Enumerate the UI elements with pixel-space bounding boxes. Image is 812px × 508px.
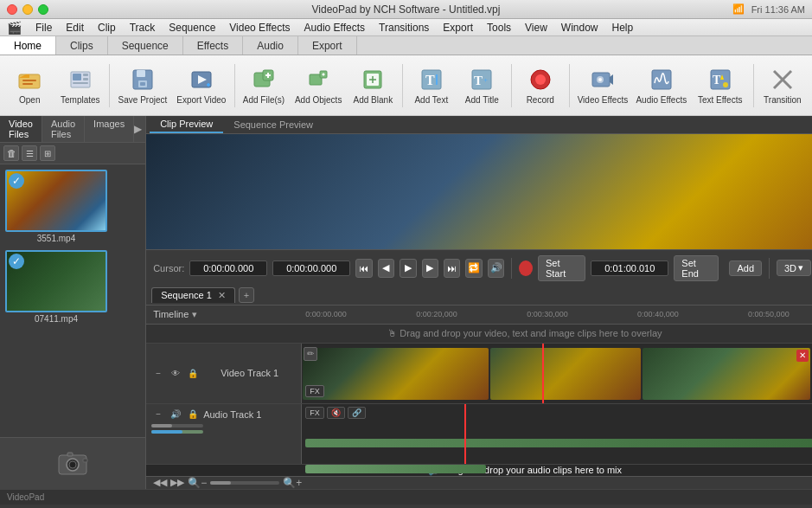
tab-sequence[interactable]: Sequence — [108, 36, 183, 55]
tab-sequence-preview[interactable]: Sequence Preview — [223, 117, 323, 132]
video-track-minus[interactable]: − — [151, 366, 165, 380]
video-clip-2[interactable] — [490, 348, 641, 400]
file-item-3551[interactable]: ✓ 3551.mp4 — [5, 170, 107, 243]
timeline-dropdown[interactable]: ▾ — [192, 309, 202, 319]
menu-view[interactable]: View — [525, 22, 547, 34]
file-list-view-btn[interactable]: ☰ — [22, 145, 37, 161]
record-transport-button[interactable] — [519, 260, 533, 276]
add-text-button[interactable]: T Add Text — [407, 60, 457, 112]
open-button[interactable]: Open — [5, 60, 54, 112]
skip-start-button[interactable]: ⏮ — [355, 259, 372, 278]
menu-tools[interactable]: Tools — [487, 22, 511, 34]
menu-clip[interactable]: Clip — [98, 22, 116, 34]
add-objects-button[interactable]: Add Objects — [290, 60, 347, 112]
file-delete-btn[interactable]: 🗑 — [3, 145, 19, 161]
skip-end-button[interactable]: ⏭ — [444, 259, 460, 278]
tab-audio[interactable]: Audio — [243, 36, 298, 55]
record-button[interactable]: Record — [516, 60, 566, 112]
nav-prev-button[interactable]: ◀◀ — [153, 477, 167, 488]
audio-track-controls: − 🔊 🔒 Audio Track 1 — [146, 404, 302, 464]
menu-edit[interactable]: Edit — [66, 22, 84, 34]
seq-tab-close[interactable]: ✕ — [218, 290, 226, 300]
tab-export[interactable]: Export — [298, 36, 357, 55]
ruler-marks: 0:00:00.000 0:00:20,000 0:00:30,000 0:00… — [305, 310, 812, 318]
video-track-lock[interactable]: 🔒 — [186, 366, 200, 380]
next-frame-button[interactable]: ▶ — [422, 259, 438, 278]
video-clip-1[interactable]: FX — [303, 348, 489, 400]
volume-slider-2[interactable] — [151, 430, 203, 434]
save-project-button[interactable]: Save Project — [114, 60, 171, 112]
menu-file[interactable]: File — [35, 22, 52, 34]
tab-clips[interactable]: Clips — [56, 36, 108, 55]
end-time[interactable]: 0:01:00.010 — [591, 260, 668, 276]
panel-expand-icon[interactable]: ▶ — [134, 123, 142, 135]
file-grid-view-btn[interactable]: ⊞ — [40, 145, 55, 161]
add-files-button[interactable]: Add File(s) — [240, 60, 289, 112]
text-effects-button[interactable]: T Text Effects — [692, 60, 749, 112]
zoom-minus-timeline[interactable]: 🔍− — [188, 477, 207, 489]
menu-video-effects[interactable]: Video Effects — [229, 22, 290, 34]
add-sequence-button[interactable]: + — [239, 287, 254, 303]
audio-link-btn[interactable]: 🔗 — [348, 407, 366, 419]
audio-track-lock[interactable]: 🔒 — [186, 408, 200, 421]
templates-label: Templates — [61, 95, 100, 105]
toolbar-sep-2 — [234, 64, 235, 107]
tab-clip-preview[interactable]: Clip Preview — [150, 116, 223, 133]
start-time[interactable]: 0:00:00.000 — [272, 260, 350, 276]
video-track-eye[interactable]: 👁 — [169, 366, 182, 380]
video-clip-3[interactable]: ✕ — [643, 348, 811, 400]
loop-button[interactable]: 🔁 — [465, 259, 482, 278]
set-end-button[interactable]: Set End — [674, 255, 719, 281]
export-video-button[interactable]: Export Video — [173, 60, 230, 112]
seq-tab-1[interactable]: Sequence 1 ✕ — [151, 287, 235, 303]
zoom-plus-timeline[interactable]: 🔍+ — [283, 477, 302, 489]
add-files-label: Add File(s) — [243, 95, 285, 105]
menu-transitions[interactable]: Transitions — [379, 22, 429, 34]
add-title-button[interactable]: T + Add Title — [457, 60, 507, 112]
tab-images[interactable]: Images — [85, 116, 134, 142]
edit-clip-button[interactable]: ✏ — [304, 347, 317, 361]
toolbar-sep-4 — [511, 64, 512, 107]
volume-button[interactable]: 🔊 — [488, 259, 504, 278]
menu-sequence[interactable]: Sequence — [169, 22, 215, 34]
close-button[interactable] — [7, 4, 17, 15]
audio-playhead — [464, 404, 466, 464]
audio-effects-button[interactable]: Audio Effects — [633, 60, 690, 112]
file-item-07411[interactable]: ✓ 07411.mp4 — [5, 250, 107, 324]
transition-button[interactable]: Transition — [758, 60, 808, 112]
menu-window[interactable]: Window — [561, 22, 598, 34]
audio-track-minus[interactable]: − — [151, 408, 165, 421]
cursor-time[interactable]: 0:00:00.000 — [189, 260, 267, 276]
add-blank-button[interactable]: Add Blank — [348, 60, 398, 112]
audio-track-content: FX 🔇 🔗 ➤ — [302, 404, 812, 464]
video-effects-button[interactable]: Video Effects — [574, 60, 631, 112]
play-button[interactable]: ▶ — [400, 259, 416, 278]
tab-video-files[interactable]: Video Files — [0, 116, 42, 142]
svg-rect-4 — [73, 74, 81, 80]
threed-button[interactable]: 3D ▾ — [777, 260, 811, 276]
svg-text:T: T — [425, 73, 435, 87]
tab-home[interactable]: Home — [0, 36, 56, 55]
menu-track[interactable]: Track — [130, 22, 156, 34]
playhead[interactable] — [542, 344, 544, 403]
nav-next-button[interactable]: ▶▶ — [170, 477, 184, 488]
prev-frame-button[interactable]: ◀ — [378, 259, 394, 278]
audio-mute-btn[interactable]: 🔇 — [327, 407, 345, 419]
clip-delete-button[interactable]: ✕ — [796, 350, 809, 362]
tab-audio-files[interactable]: Audio Files — [42, 116, 85, 142]
fx-badge-1[interactable]: FX — [305, 385, 324, 397]
menu-help[interactable]: Help — [612, 22, 634, 34]
add-button[interactable]: Add — [729, 260, 762, 276]
tab-effects[interactable]: Effects — [183, 36, 243, 55]
audio-track-speaker[interactable]: 🔊 — [169, 408, 182, 421]
camera-icon — [55, 447, 90, 481]
set-start-button[interactable]: Set Start — [538, 255, 585, 281]
minimize-button[interactable] — [22, 4, 33, 15]
audio-fx-btn[interactable]: FX — [305, 407, 324, 419]
menu-audio-effects[interactable]: Audio Effects — [304, 22, 366, 34]
maximize-button[interactable] — [38, 4, 48, 15]
templates-button[interactable]: Templates — [56, 60, 105, 112]
zoom-slider-timeline[interactable] — [210, 481, 279, 485]
menu-export[interactable]: Export — [443, 22, 473, 34]
volume-slider-1[interactable] — [151, 424, 203, 428]
